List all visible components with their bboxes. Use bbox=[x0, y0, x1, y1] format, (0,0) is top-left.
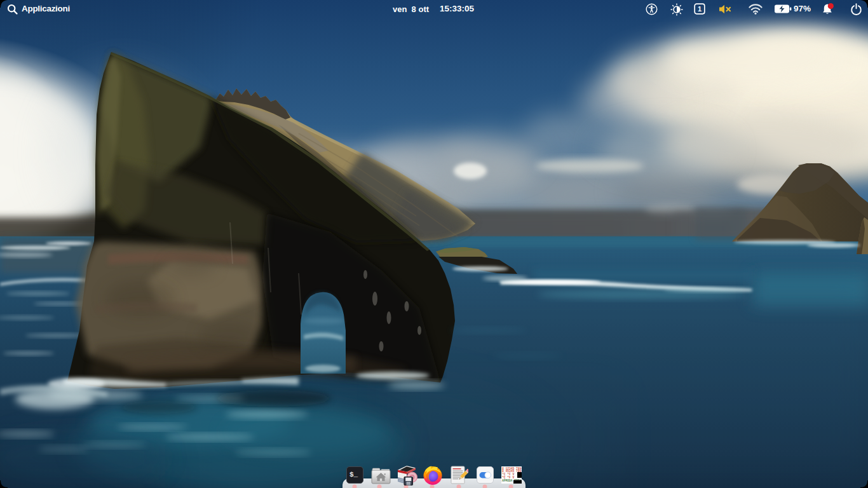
svg-text:$_: $_ bbox=[349, 471, 358, 478]
svg-text:1: 1 bbox=[698, 5, 702, 13]
